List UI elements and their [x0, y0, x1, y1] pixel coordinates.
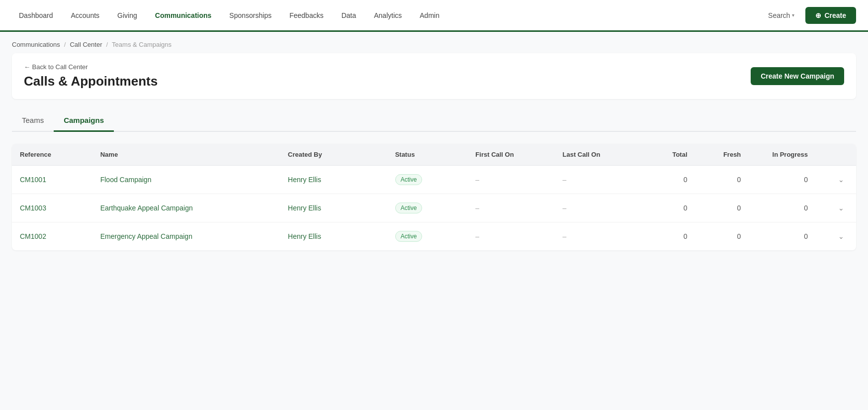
campaign-ref-link[interactable]: CM1001 — [20, 176, 46, 184]
last-call-on-value: – — [563, 232, 567, 240]
nav-item-accounts[interactable]: Accounts — [64, 7, 107, 23]
table-body: CM1001 Flood Campaign Henry Ellis Active… — [12, 166, 856, 251]
nav-item-data[interactable]: Data — [335, 7, 363, 23]
table-header-row: Reference Name Created By Status First C… — [12, 144, 856, 166]
campaigns-table-container: Reference Name Created By Status First C… — [12, 144, 856, 250]
fresh-value: 0 — [737, 176, 741, 184]
page-title: Calls & Appointments — [24, 74, 158, 89]
tab-campaigns[interactable]: Campaigns — [54, 111, 114, 132]
create-new-campaign-button[interactable]: Create New Campaign — [751, 67, 844, 85]
nav-items: Dashboard Accounts Giving Communications… — [12, 7, 446, 23]
table-row: CM1001 Flood Campaign Henry Ellis Active… — [12, 166, 856, 194]
chevron-down-icon: ▾ — [792, 12, 794, 18]
in-progress-value: 0 — [804, 232, 808, 240]
expand-row-button[interactable]: ⌄ — [834, 230, 848, 242]
last-call-on-value: – — [563, 176, 567, 184]
col-header-total: Total — [642, 144, 695, 166]
top-nav: Dashboard Accounts Giving Communications… — [0, 0, 868, 32]
col-header-first-call-on: First Call On — [467, 144, 554, 166]
breadcrumb-communications[interactable]: Communications — [12, 41, 60, 48]
search-button[interactable]: Search ▾ — [763, 8, 799, 22]
status-badge: Active — [395, 203, 423, 213]
fresh-value: 0 — [737, 232, 741, 240]
table-row: CM1002 Emergency Appeal Campaign Henry E… — [12, 222, 856, 251]
campaign-ref-link[interactable]: CM1002 — [20, 232, 46, 240]
breadcrumb-sep-1: / — [64, 41, 66, 48]
in-progress-value: 0 — [804, 204, 808, 212]
back-link[interactable]: ← Back to Call Center — [24, 63, 158, 71]
total-value: 0 — [684, 232, 688, 240]
col-header-in-progress: In Progress — [749, 144, 816, 166]
breadcrumb-current: Teams & Campaigns — [112, 41, 172, 48]
nav-item-feedbacks[interactable]: Feedbacks — [282, 7, 330, 23]
col-header-name: Name — [92, 144, 280, 166]
expand-row-button[interactable]: ⌄ — [834, 174, 848, 186]
first-call-on-value: – — [475, 176, 479, 184]
nav-item-dashboard[interactable]: Dashboard — [12, 7, 60, 23]
fresh-value: 0 — [737, 204, 741, 212]
in-progress-value: 0 — [804, 176, 808, 184]
total-value: 0 — [684, 204, 688, 212]
col-header-fresh: Fresh — [695, 144, 749, 166]
campaign-creator-link[interactable]: Henry Ellis — [288, 176, 321, 184]
col-header-expand — [816, 144, 856, 166]
nav-item-giving[interactable]: Giving — [110, 7, 144, 23]
breadcrumb-call-center[interactable]: Call Center — [70, 41, 102, 48]
search-label: Search — [768, 11, 790, 19]
campaign-name-link[interactable]: Emergency Appeal Campaign — [100, 232, 192, 240]
page-header: ← Back to Call Center Calls & Appointmen… — [12, 53, 856, 99]
campaign-name-link[interactable]: Flood Campaign — [100, 176, 152, 184]
campaign-name-link[interactable]: Earthquake Appeal Campaign — [100, 204, 193, 212]
nav-item-sponsorships[interactable]: Sponsorships — [222, 7, 278, 23]
nav-item-analytics[interactable]: Analytics — [367, 7, 409, 23]
nav-item-admin[interactable]: Admin — [413, 7, 446, 23]
tab-teams[interactable]: Teams — [12, 111, 54, 132]
expand-row-button[interactable]: ⌄ — [834, 202, 848, 214]
breadcrumb-sep-2: / — [106, 41, 108, 48]
first-call-on-value: – — [475, 204, 479, 212]
create-icon: ⊕ — [815, 11, 821, 19]
status-badge: Active — [395, 174, 423, 185]
col-header-reference: Reference — [12, 144, 92, 166]
table-row: CM1003 Earthquake Appeal Campaign Henry … — [12, 194, 856, 222]
col-header-created-by: Created By — [280, 144, 387, 166]
breadcrumb: Communications / Call Center / Teams & C… — [0, 32, 868, 53]
create-label: Create — [824, 11, 846, 19]
campaign-creator-link[interactable]: Henry Ellis — [288, 232, 321, 240]
campaign-creator-link[interactable]: Henry Ellis — [288, 204, 321, 212]
tabs: Teams Campaigns — [12, 111, 856, 132]
col-header-last-call-on: Last Call On — [555, 144, 642, 166]
nav-right: Search ▾ ⊕ Create — [763, 7, 856, 24]
campaign-ref-link[interactable]: CM1003 — [20, 204, 46, 212]
campaigns-table: Reference Name Created By Status First C… — [12, 144, 856, 250]
page-header-left: ← Back to Call Center Calls & Appointmen… — [24, 63, 158, 89]
status-badge: Active — [395, 231, 423, 242]
col-header-status: Status — [387, 144, 468, 166]
main-content: ← Back to Call Center Calls & Appointmen… — [0, 53, 868, 262]
total-value: 0 — [684, 176, 688, 184]
create-button[interactable]: ⊕ Create — [805, 7, 856, 24]
first-call-on-value: – — [475, 232, 479, 240]
last-call-on-value: – — [563, 204, 567, 212]
nav-item-communications[interactable]: Communications — [148, 7, 219, 23]
